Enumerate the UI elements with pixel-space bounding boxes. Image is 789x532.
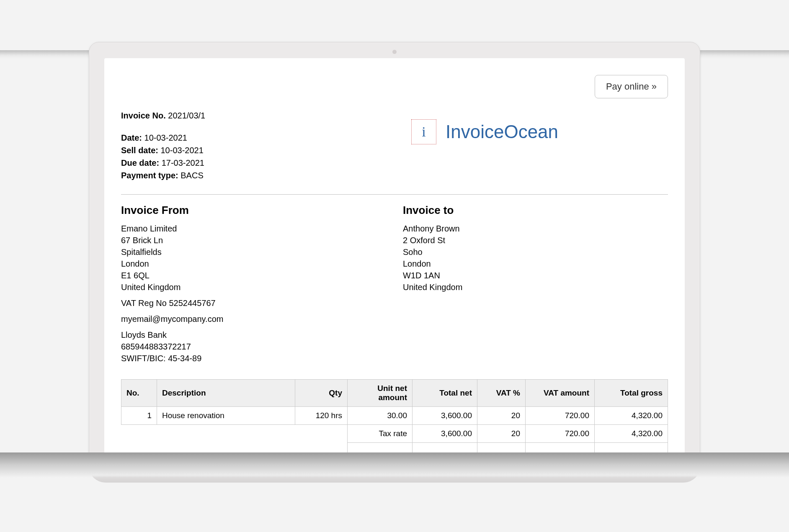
invoice-number-value: 2021/03/1 (168, 111, 205, 120)
invoice-date: Date: 10-03-2021 (121, 131, 394, 144)
due-date-label: Due date: (121, 158, 159, 167)
from-account: 685944883372217 (121, 341, 386, 352)
from-swift: SWIFT/BIC: 45-34-89 (121, 352, 386, 364)
cell-desc: House renovation (157, 407, 295, 425)
brand-logo: i InvoiceOcean (411, 119, 558, 144)
tax-vat-pct: 20 (477, 425, 526, 443)
brand-mark-icon: i (411, 119, 436, 144)
invoice-document: Pay online » Invoice No. 2021/03/1 Date:… (104, 58, 685, 461)
from-country: United Kingdom (121, 281, 386, 293)
due-date-value: 17-03-2021 (162, 158, 204, 167)
cell-unit-net: 30.00 (348, 407, 413, 425)
table-row: 1 House renovation 120 hrs 30.00 3,600.0… (121, 407, 668, 425)
to-heading: Invoice to (403, 204, 668, 217)
cell-vat-amount: 720.00 (526, 407, 595, 425)
col-vat-pct: VAT % (477, 380, 526, 407)
depth-shadow-bottom (0, 452, 789, 478)
tax-summary-row: Tax rate 3,600.00 20 720.00 4,320.00 (121, 425, 668, 443)
sell-date-value: 10-03-2021 (160, 146, 203, 155)
camera-icon (392, 50, 397, 54)
tax-total-gross: 4,320.00 (595, 425, 668, 443)
col-total-net: Total net (413, 380, 477, 407)
invoice-header: Invoice No. 2021/03/1 Date: 10-03-2021 S… (121, 111, 668, 182)
from-heading: Invoice From (121, 204, 386, 217)
col-description: Description (157, 380, 295, 407)
invoice-due-date: Due date: 17-03-2021 (121, 157, 394, 169)
brand-glyph: i (422, 124, 425, 140)
laptop-bezel: Pay online » Invoice No. 2021/03/1 Date:… (89, 42, 700, 461)
cell-no: 1 (121, 407, 157, 425)
invoice-number: Invoice No. 2021/03/1 (121, 111, 394, 121)
table-header: No. Description Qty Unit net amount Tota… (121, 380, 668, 407)
cell-qty: 120 hrs (295, 407, 348, 425)
col-total-gross: Total gross (595, 380, 668, 407)
tax-vat-amount: 720.00 (526, 425, 595, 443)
col-no: No. (121, 380, 157, 407)
section-divider (121, 194, 668, 195)
invoice-meta: Invoice No. 2021/03/1 Date: 10-03-2021 S… (121, 111, 394, 182)
invoice-date-value: 10-03-2021 (144, 133, 187, 142)
to-addr2: Soho (403, 246, 668, 258)
payment-type-label: Payment type: (121, 171, 178, 180)
parties: Invoice From Emano Limited 67 Brick Ln S… (121, 204, 668, 368)
from-addr1: 67 Brick Ln (121, 234, 386, 246)
invoice-date-label: Date: (121, 133, 142, 142)
invoice-from: Invoice From Emano Limited 67 Brick Ln S… (121, 204, 386, 368)
pay-online-button[interactable]: Pay online » (595, 75, 668, 98)
action-bar: Pay online » (121, 75, 668, 98)
to-country: United Kingdom (403, 281, 668, 293)
invoice-to: Invoice to Anthony Brown 2 Oxford St Soh… (403, 204, 668, 368)
tax-total-net: 3,600.00 (413, 425, 477, 443)
laptop-frame: Pay online » Invoice No. 2021/03/1 Date:… (89, 42, 700, 483)
from-postcode: E1 6QL (121, 270, 386, 281)
line-items-table: No. Description Qty Unit net amount Tota… (121, 379, 668, 461)
brand-name: InvoiceOcean (446, 121, 558, 142)
to-addr1: 2 Oxford St (403, 234, 668, 246)
cell-total-gross: 4,320.00 (595, 407, 668, 425)
stage: Pay online » Invoice No. 2021/03/1 Date:… (0, 0, 789, 532)
from-city: London (121, 258, 386, 270)
tax-rate-label: Tax rate (348, 425, 413, 443)
from-addr2: Spitalfields (121, 246, 386, 258)
invoice-sell-date: Sell date: 10-03-2021 (121, 144, 394, 157)
to-city: London (403, 258, 668, 270)
cell-vat-pct: 20 (477, 407, 526, 425)
from-vat: VAT Reg No 5252445767 (121, 297, 386, 309)
to-name: Anthony Brown (403, 223, 668, 234)
cell-total-net: 3,600.00 (413, 407, 477, 425)
col-unit-net: Unit net amount (348, 380, 413, 407)
col-qty: Qty (295, 380, 348, 407)
from-email: myemail@mycompany.com (121, 313, 386, 325)
invoice-payment-type: Payment type: BACS (121, 169, 394, 182)
to-postcode: W1D 1AN (403, 270, 668, 281)
from-name: Emano Limited (121, 223, 386, 234)
payment-type-value: BACS (180, 171, 203, 180)
col-vat-amount: VAT amount (526, 380, 595, 407)
sell-date-label: Sell date: (121, 146, 158, 155)
from-bank: Lloyds Bank (121, 329, 386, 341)
invoice-number-label: Invoice No. (121, 111, 166, 120)
